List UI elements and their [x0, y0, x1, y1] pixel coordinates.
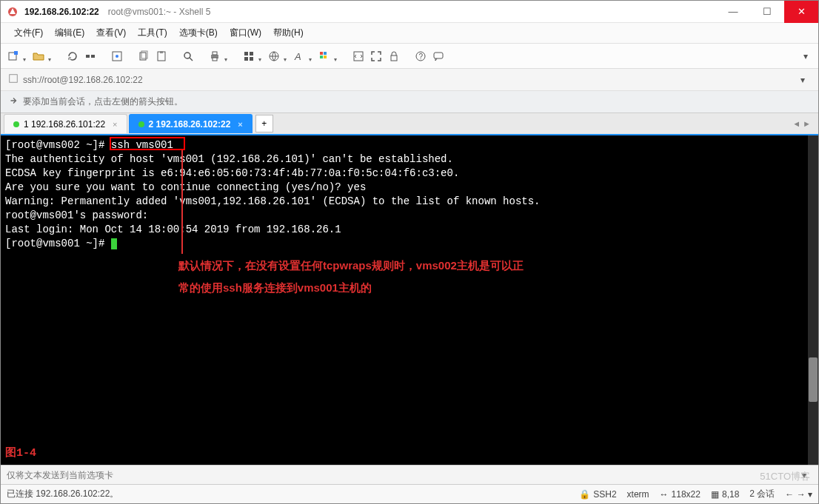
svg-rect-15	[213, 58, 217, 61]
svg-rect-17	[250, 52, 253, 56]
svg-point-6	[116, 55, 118, 58]
status-dot-icon	[13, 121, 19, 127]
svg-line-12	[190, 58, 193, 61]
toolbar-dropdown-icon[interactable]: ▾	[798, 48, 814, 64]
status-dot-icon	[138, 121, 144, 127]
terminal-line: [root@vms001 ~]#	[5, 237, 814, 251]
tab-nav-arrows[interactable]: ◄ ►	[788, 119, 815, 128]
status-term: xterm	[627, 489, 649, 500]
scrollbar-track[interactable]	[808, 135, 818, 465]
annotation-connector	[181, 150, 183, 254]
title-sub: root@vms001:~ - Xshell 5	[108, 7, 211, 17]
new-session-icon[interactable]	[5, 48, 21, 64]
svg-rect-25	[324, 56, 327, 58]
script-icon[interactable]	[350, 48, 367, 64]
lock-icon[interactable]	[386, 48, 402, 64]
tab-close-icon[interactable]: ×	[113, 120, 117, 129]
open-icon[interactable]	[30, 48, 47, 64]
svg-rect-18	[244, 57, 248, 61]
copy-icon[interactable]	[136, 48, 152, 64]
svg-rect-24	[320, 56, 323, 58]
statusbar: 已连接 192.168.26.102:22。 🔒SSH2 xterm ↔118x…	[1, 484, 818, 503]
properties-icon[interactable]	[109, 48, 125, 64]
terminal-line: Warning: Permanently added 'vms001,192.1…	[5, 195, 814, 209]
send-input[interactable]	[7, 470, 796, 480]
grid-icon: ▦	[711, 489, 719, 500]
svg-rect-4	[91, 55, 95, 58]
status-nav[interactable]: ← → ▾	[785, 489, 812, 500]
tab-session-2[interactable]: 2 192.168.26.102:22 ×	[129, 114, 253, 133]
encoding-icon[interactable]	[266, 48, 282, 64]
font-icon[interactable]: A	[291, 48, 307, 64]
menu-window[interactable]: 窗口(W)	[224, 24, 267, 42]
terminal-line: root@vms001's password:	[5, 209, 814, 223]
menu-help[interactable]: 帮助(H)	[267, 24, 310, 42]
svg-rect-10	[160, 51, 163, 53]
chat-icon[interactable]	[430, 48, 447, 64]
svg-text:A: A	[294, 51, 301, 62]
close-button[interactable]: ✕	[784, 1, 818, 23]
resize-icon: ↔	[660, 489, 669, 500]
terminal[interactable]: [root@vms002 ~]# ssh vms001 The authenti…	[1, 135, 818, 465]
toolbar: ▾ ▾ ▾ ▾ ▾ A▾ ▾ ? ▾	[1, 44, 818, 69]
menu-tabs[interactable]: 选项卡(B)	[173, 24, 224, 42]
menu-edit[interactable]: 编辑(E)	[49, 24, 90, 42]
status-sessions: 2 会话	[749, 488, 775, 500]
tab-session-1[interactable]: 1 192.168.26.101:22 ×	[4, 114, 127, 133]
highlight-box	[110, 137, 185, 150]
menubar: 文件(F) 编辑(E) 查看(V) 工具(T) 选项卡(B) 窗口(W) 帮助(…	[1, 23, 818, 44]
reconnect-icon[interactable]	[64, 48, 81, 64]
titlebar: 192.168.26.102:22 root@vms001:~ - Xshell…	[1, 1, 818, 23]
svg-rect-19	[250, 57, 253, 61]
addressbar-dropdown-icon[interactable]: ▾	[795, 72, 811, 88]
paste-icon[interactable]	[153, 48, 170, 64]
menu-file[interactable]: 文件(F)	[8, 24, 49, 42]
svg-rect-3	[86, 55, 90, 58]
minimize-button[interactable]: —	[716, 1, 750, 23]
layout-icon[interactable]	[241, 48, 257, 64]
scrollbar-thumb[interactable]	[809, 357, 818, 402]
terminal-line: Last login: Mon Oct 14 18:00:54 2019 fro…	[5, 223, 814, 237]
tabbar: 1 192.168.26.101:22 × 2 192.168.26.102:2…	[1, 113, 818, 135]
menu-view[interactable]: 查看(V)	[90, 24, 132, 42]
hint-text: 要添加当前会话，点击左侧的箭头按钮。	[23, 95, 183, 108]
hint-arrow-icon[interactable]	[8, 95, 19, 108]
print-icon[interactable]	[207, 48, 223, 64]
cursor-icon	[111, 238, 117, 249]
svg-rect-22	[320, 52, 323, 55]
terminal-line: The authenticity of host 'vms001 (192.16…	[5, 152, 814, 167]
svg-rect-31	[10, 75, 18, 83]
svg-rect-16	[244, 52, 248, 56]
terminal-line: Are you sure you want to continue connec…	[5, 181, 814, 195]
tab-label: 1 192.168.26.101:22	[24, 119, 105, 130]
status-pos: ▦8,18	[711, 489, 739, 500]
addressbar: ssh://root@192.168.26.102:22 ▾	[1, 69, 818, 91]
help-icon[interactable]: ?	[412, 48, 429, 64]
svg-rect-27	[391, 56, 397, 61]
search-icon[interactable]	[180, 48, 196, 64]
svg-rect-26	[354, 52, 363, 61]
figure-label: 图1-4	[5, 446, 36, 460]
disconnect-icon[interactable]	[82, 48, 98, 64]
app-icon	[7, 6, 19, 18]
annotation-text-1: 默认情况下，在没有设置任何tcpwraps规则时，vms002主机是可以正	[178, 258, 524, 272]
maximize-button[interactable]: ☐	[750, 1, 784, 23]
menu-tools[interactable]: 工具(T)	[132, 24, 173, 42]
address-url[interactable]: ssh://root@192.168.26.102:22	[23, 75, 790, 85]
tab-close-icon[interactable]: ×	[238, 120, 242, 129]
app-window: 192.168.26.102:22 root@vms001:~ - Xshell…	[0, 0, 819, 504]
status-proto: 🔒SSH2	[579, 489, 616, 500]
status-connection: 已连接 192.168.26.102:22。	[7, 488, 118, 500]
title-main: 192.168.26.102:22	[24, 7, 99, 17]
color-icon[interactable]	[316, 48, 332, 64]
svg-rect-14	[213, 52, 217, 55]
terminal-line: ECDSA key fingerprint is e6:94:e6:05:60:…	[5, 167, 814, 181]
tab-add-button[interactable]: +	[255, 115, 273, 132]
svg-point-11	[184, 53, 190, 58]
addressbar-icon	[8, 73, 19, 86]
svg-rect-23	[324, 52, 327, 55]
tab-label: 2 192.168.26.102:22	[149, 119, 231, 130]
lock-icon: 🔒	[579, 489, 590, 500]
status-size: ↔118x22	[660, 489, 701, 500]
fullscreen-icon[interactable]	[368, 48, 384, 64]
